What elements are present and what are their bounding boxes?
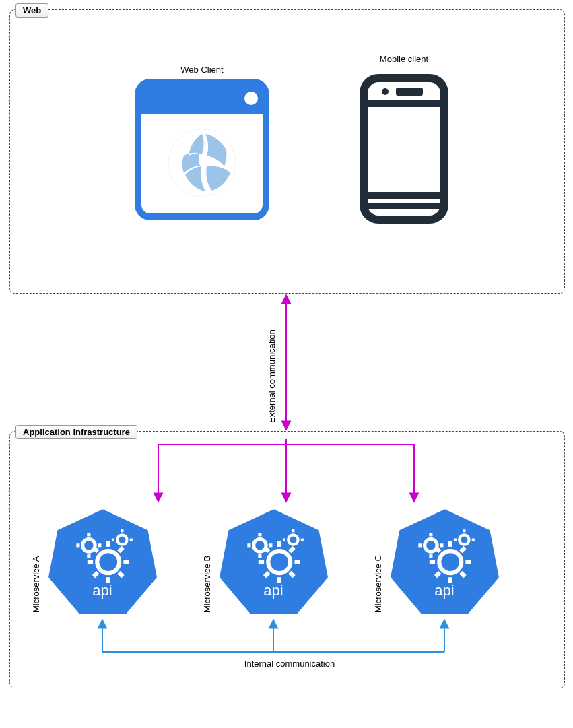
- edge-internal: [0, 0, 573, 728]
- edge-internal-label: Internal communication: [222, 659, 357, 669]
- diagram-canvas: Web Web Client Mobile client: [0, 0, 573, 728]
